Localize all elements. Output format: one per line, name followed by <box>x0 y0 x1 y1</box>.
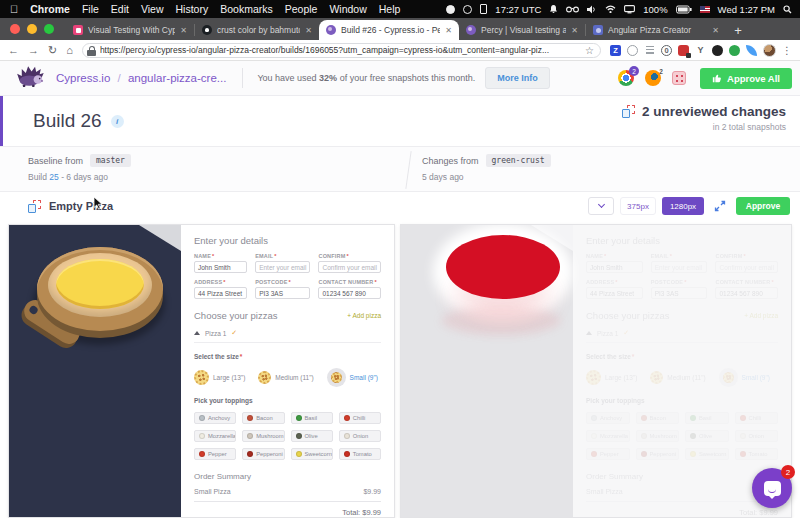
baseline-label: Baseline from <box>28 156 83 166</box>
utc-clock[interactable]: 17:27 UTC <box>495 4 541 15</box>
close-window-button[interactable] <box>10 24 20 34</box>
minimize-window-button[interactable] <box>27 24 37 34</box>
menu-item-history[interactable]: History <box>176 3 209 15</box>
chrome-menu-icon[interactable]: ⋮ <box>782 45 792 56</box>
build-heading-row: Build 26 i 2 unreviewed changes in 2 tot… <box>0 96 800 146</box>
topping-icon <box>296 451 302 457</box>
spotlight-search-icon[interactable] <box>783 5 792 14</box>
url-text[interactable]: https://percy.io/cypress-io/angular-pizz… <box>100 45 580 55</box>
forward-button[interactable]: → <box>28 45 39 56</box>
width-375-button[interactable]: 375px <box>620 197 656 215</box>
contact-number-field: 01234 567 890 <box>318 287 381 299</box>
volume-icon[interactable] <box>587 5 597 14</box>
dark-extension-icon[interactable] <box>712 45 723 56</box>
comparison-meta-row: Baseline from master Build 25 - 6 days a… <box>0 146 800 192</box>
address-bar[interactable]: https://percy.io/cypress-io/angular-pizz… <box>82 43 601 58</box>
baseline-build-link[interactable]: 25 <box>49 172 58 182</box>
meta-divider <box>405 151 411 189</box>
postcode-field: PI3 3AS <box>255 287 310 299</box>
close-tab-icon[interactable]: ✕ <box>180 26 187 35</box>
browser-window:  Chrome File Edit View History Bookmark… <box>0 0 800 518</box>
topping-chip: Onion <box>339 430 381 442</box>
eyeglasses-icon[interactable] <box>566 5 579 13</box>
do-not-disturb-icon[interactable] <box>463 5 472 14</box>
macos-menu-bar:  Chrome File Edit View History Bookmark… <box>0 0 800 18</box>
browser-tab-1[interactable]: Visual Testing With Cypress an ✕ <box>66 20 194 40</box>
vimium-extension-icon[interactable]: Y <box>695 45 706 56</box>
bookmark-star-icon[interactable]: ☆ <box>585 45 594 56</box>
browser-tab-4[interactable]: Percy | Visual testing as a serv ✕ <box>459 20 585 40</box>
browser-tab-2[interactable]: crust color by bahmutov - Pull ✕ <box>195 20 319 40</box>
collapse-snapshot-button[interactable] <box>588 197 614 215</box>
size-option-small-selected: Small (9") <box>327 368 378 387</box>
menu-item-file[interactable]: File <box>82 3 99 15</box>
info-icon[interactable]: i <box>111 115 124 128</box>
fullscreen-button[interactable] <box>710 197 730 215</box>
percy-logo[interactable] <box>16 64 46 92</box>
menu-item-help[interactable]: Help <box>379 3 401 15</box>
bell-icon[interactable] <box>549 4 558 14</box>
browser-tab-5[interactable]: Angular Pizza Creator ✕ <box>586 20 726 40</box>
home-button[interactable]: ⌂ <box>66 45 73 56</box>
menu-item-window[interactable]: Window <box>329 3 366 15</box>
breadcrumb[interactable]: Cypress.io / angular-pizza-cre... <box>56 72 226 84</box>
feather-extension-icon[interactable] <box>746 45 757 56</box>
diff-snapshot-panel[interactable]: Enter your details NAME* John Smith EMAI… <box>400 224 792 518</box>
percy-header: Cypress.io / angular-pizza-cre... You ha… <box>0 61 800 96</box>
more-info-button[interactable]: More Info <box>485 67 550 89</box>
close-tab-icon[interactable]: ✕ <box>445 26 452 35</box>
firefox-snapshots-icon[interactable]: 2 <box>645 70 661 86</box>
zero-extension-icon[interactable]: 0 <box>661 45 672 56</box>
breadcrumb-project[interactable]: angular-pizza-cre... <box>128 72 226 84</box>
menu-item-people[interactable]: People <box>285 3 318 15</box>
green-extension-icon[interactable] <box>729 45 740 56</box>
tab-title: Percy | Visual testing as a serv <box>481 25 566 35</box>
zendesk-extension-icon[interactable]: Z <box>610 45 621 56</box>
order-price: $9.99 <box>363 488 381 495</box>
menu-app-name[interactable]: Chrome <box>30 3 70 15</box>
width-1280-button[interactable]: 1280px <box>662 197 704 215</box>
https-lock-icon[interactable] <box>89 46 95 51</box>
chat-bubble-icon <box>764 481 781 496</box>
input-language-flag-icon[interactable] <box>700 6 710 13</box>
battery-percent-label: 100% <box>643 4 667 15</box>
topping-icon <box>296 415 302 421</box>
tab-title: Angular Pizza Creator <box>608 25 707 35</box>
status-dot-icon[interactable] <box>446 5 455 14</box>
github-favicon <box>202 25 212 35</box>
close-tab-icon[interactable]: ✕ <box>305 26 312 35</box>
battery-small-icon[interactable] <box>480 4 487 14</box>
snapshot-toolbar: Empty Pizza 375px 1280px Approve <box>0 192 800 220</box>
chat-widget-button[interactable]: 2 <box>752 468 792 508</box>
approve-all-button[interactable]: Approve All <box>700 68 792 89</box>
list-extension-icon[interactable] <box>644 45 655 56</box>
chrome-snapshots-icon[interactable]: 2 <box>618 70 634 86</box>
field-label: ADDRESS* <box>194 279 247 285</box>
back-button[interactable]: ← <box>8 45 19 56</box>
reload-button[interactable]: ↻ <box>48 45 57 56</box>
responsive-widths-icon[interactable] <box>672 71 686 85</box>
menubar-clock[interactable]: Wed 1:27 PM <box>718 4 775 15</box>
menu-item-bookmarks[interactable]: Bookmarks <box>220 3 273 15</box>
toppings-heading: Pick your toppings <box>194 397 381 404</box>
comparison-area: Enter your details NAME* John Smith EMAI… <box>0 220 800 518</box>
display-icon[interactable] <box>624 5 635 14</box>
browser-tab-active[interactable]: Build #26 - Cypress.io - Percy ✕ <box>319 20 459 40</box>
baseline-snapshot-panel[interactable]: Enter your details NAME* John Smith EMAI… <box>8 224 395 518</box>
zoom-window-button[interactable] <box>44 24 54 34</box>
wifi-icon[interactable] <box>605 5 616 13</box>
adblock-extension-icon[interactable] <box>678 45 689 56</box>
profile-avatar[interactable] <box>763 44 776 57</box>
close-tab-icon[interactable]: ✕ <box>712 26 719 35</box>
approve-snapshot-button[interactable]: Approve <box>736 197 790 215</box>
apple-menu-icon[interactable]:  <box>10 3 18 15</box>
thumbs-up-icon <box>712 73 722 83</box>
battery-icon[interactable] <box>676 5 692 14</box>
history-extension-icon[interactable] <box>627 45 638 56</box>
menu-item-view[interactable]: View <box>141 3 164 15</box>
close-tab-icon[interactable]: ✕ <box>571 26 578 35</box>
menu-item-edit[interactable]: Edit <box>111 3 129 15</box>
changes-label: Changes from <box>422 156 479 166</box>
breadcrumb-org[interactable]: Cypress.io <box>56 72 110 84</box>
new-tab-button[interactable]: + <box>726 20 750 40</box>
